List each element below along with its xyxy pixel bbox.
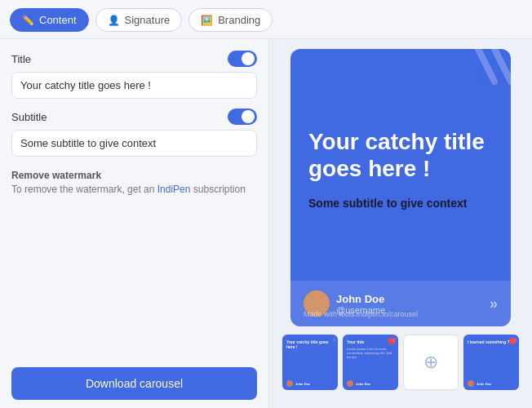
- thumbnail-2[interactable]: // Your title Lorem ipsum dolor sit amet…: [343, 335, 398, 390]
- title-input[interactable]: [11, 72, 257, 99]
- right-panel: Your catchy title goes here ! Some subti…: [269, 39, 532, 408]
- thumb-4-avatar: [468, 380, 474, 387]
- thumbnail-1[interactable]: // Your catchy title goes here ! John Do…: [282, 335, 338, 390]
- image-icon: 🖼️: [201, 15, 213, 26]
- title-label: Title: [11, 53, 31, 65]
- tab-content[interactable]: ✏️ Content: [10, 8, 89, 32]
- thumb-1-avatar: [286, 380, 293, 387]
- thumb-4-footer: John Doe: [468, 380, 491, 387]
- thumbnail-3[interactable]: ⊕: [403, 335, 459, 390]
- watermark-desc-text: To remove the watermark, get an: [11, 184, 157, 195]
- watermark-desc-end: subscription: [190, 184, 245, 195]
- svg-line-1: [494, 49, 511, 82]
- thumb-1-name: John Doe: [295, 382, 310, 386]
- thumb-2-body: Lorem ipsum dolor sit amet, consectetur …: [343, 344, 398, 362]
- thumb-4-deco: //: [514, 336, 517, 344]
- person-icon: 👤: [108, 15, 120, 26]
- thumb-4-name: John Doe: [477, 382, 491, 386]
- tab-signature[interactable]: 👤 Signature: [95, 8, 183, 32]
- thumb-1-deco: //: [333, 336, 336, 344]
- svg-line-0: [478, 49, 494, 82]
- indipen-link[interactable]: IndiPen: [157, 184, 191, 195]
- subtitle-toggle[interactable]: [228, 109, 257, 125]
- subtitle-field-header: Subtitle: [11, 109, 257, 125]
- title-toggle[interactable]: [228, 51, 257, 67]
- thumb-2-footer: John Doe: [347, 380, 370, 387]
- pencil-icon: ✏️: [22, 15, 34, 26]
- title-field-header: Title: [11, 51, 257, 67]
- tab-content-label: Content: [39, 14, 77, 26]
- chevron-right-icon[interactable]: »: [490, 295, 498, 313]
- upload-icon: ⊕: [423, 352, 438, 373]
- author-name: John Doe: [336, 293, 385, 305]
- subtitle-label: Subtitle: [11, 111, 47, 123]
- thumb-2-avatar: [347, 380, 353, 387]
- thumb-1-footer: John Doe: [286, 380, 310, 387]
- made-with-text: Made with tools.indipen.io/carousel: [304, 310, 418, 318]
- title-field-group: Title: [11, 51, 257, 99]
- thumb-2-name: John Doe: [356, 382, 370, 386]
- subtitle-input[interactable]: [11, 130, 257, 157]
- top-nav: ✏️ Content 👤 Signature 🖼️ Branding: [0, 0, 532, 39]
- subtitle-field-group: Subtitle: [11, 109, 257, 157]
- main-area: Title Subtitle Remove watermark To remov…: [0, 39, 532, 408]
- thumbnail-4[interactable]: // I learned something ? John Doe: [463, 335, 519, 390]
- watermark-section: Remove watermark To remove the watermark…: [11, 170, 257, 197]
- tab-branding-label: Branding: [218, 14, 260, 26]
- thumbnail-strip: // Your catchy title goes here ! John Do…: [282, 335, 519, 390]
- tab-branding[interactable]: 🖼️ Branding: [188, 8, 273, 32]
- thumb-1-title: Your catchy title goes here !: [282, 335, 338, 349]
- card-title: Your catchy title goes here !: [308, 128, 493, 183]
- card-footer: John Doe @username »: [290, 281, 511, 326]
- watermark-description: To remove the watermark, get an IndiPen …: [11, 183, 257, 197]
- watermark-heading: Remove watermark: [11, 170, 257, 181]
- left-panel: Title Subtitle Remove watermark To remov…: [0, 39, 269, 408]
- card-subtitle: Some subtitle to give context: [308, 196, 493, 212]
- tab-signature-label: Signature: [125, 14, 171, 26]
- preview-card: Your catchy title goes here ! Some subti…: [290, 49, 511, 326]
- download-button[interactable]: Download carousel: [11, 367, 257, 400]
- card-decoration: [454, 49, 511, 106]
- thumb-2-deco: //: [393, 336, 397, 344]
